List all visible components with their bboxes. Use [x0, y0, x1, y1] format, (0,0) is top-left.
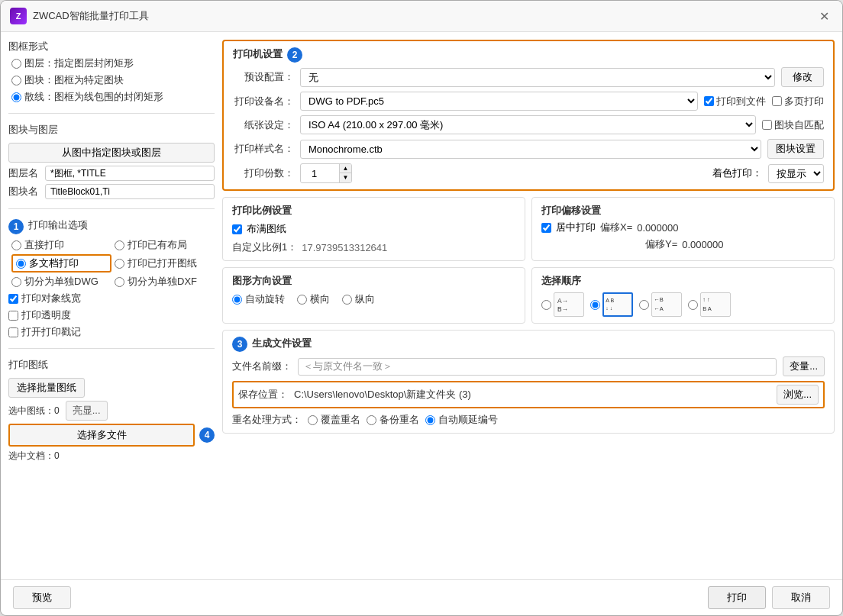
rename-label: 重名处理方式：: [232, 413, 302, 427]
separator-1: [8, 113, 215, 114]
fill-page-checkbox[interactable]: [232, 224, 242, 234]
separator-2: [8, 208, 215, 209]
copies-spinner[interactable]: ▲ ▼: [300, 163, 352, 183]
paper-row: 纸张设定： ISO A4 (210.00 x 297.00 毫米) 图块自匹配: [233, 115, 824, 134]
order-radio-3[interactable]: [639, 300, 649, 310]
block-auto-match-row[interactable]: 图块自匹配: [762, 118, 824, 132]
offset-box: 打印偏移设置 居中打印 偏移X= 0.000000 偏移Y= 0.000000: [531, 197, 835, 261]
split-dxf-option[interactable]: 切分为单独DXF: [115, 275, 215, 289]
close-button[interactable]: ✕: [815, 7, 833, 25]
select-multi-button[interactable]: 选择多文件: [8, 424, 195, 447]
frame-option-scatter[interactable]: 散线：图框为线包围的封闭矩形: [11, 90, 215, 104]
split-dxf-label: 切分为单独DXF: [128, 275, 197, 289]
center-print-row[interactable]: 居中打印 偏移X= 0.000000: [541, 221, 825, 234]
auto-rotate-radio[interactable]: [232, 295, 242, 305]
style-select[interactable]: Monochrome.ctb: [300, 140, 761, 159]
landscape-option[interactable]: 横向: [297, 292, 330, 306]
print-to-file-checkbox-row[interactable]: 打印到文件: [704, 95, 766, 108]
backup-rename-radio[interactable]: [367, 415, 376, 425]
portrait-radio[interactable]: [342, 295, 352, 305]
separator-3: [8, 348, 215, 349]
transparency-checkbox-row[interactable]: 打印透明度: [8, 308, 215, 322]
frame-radio-scatter[interactable]: [11, 92, 21, 102]
backup-rename-option[interactable]: 备份重名: [367, 413, 419, 427]
rename-row: 重名处理方式： 覆盖重名 备份重名 自动顺延编号: [232, 413, 825, 427]
open-drawing-option[interactable]: 打印已打开图纸: [115, 254, 215, 273]
print-to-file-checkbox[interactable]: [704, 96, 714, 106]
auto-serial-option[interactable]: 自动顺延编号: [425, 413, 498, 427]
left-panel: 图框形式 图层：指定图层封闭矩形 图块：图框为特定图块 散线：图框为线包围的封闭…: [8, 40, 215, 572]
multi-doc-radio[interactable]: [16, 259, 26, 269]
linewidth-checkbox[interactable]: [8, 294, 18, 304]
order-option-4[interactable]: ↑ ↑ B A: [688, 292, 731, 317]
paper-select[interactable]: ISO A4 (210.00 x 297.00 毫米): [300, 115, 756, 134]
landscape-radio[interactable]: [297, 295, 307, 305]
scale-offset-row: 打印比例设置 布满图纸 自定义比例1： 17.9739513312641 打印偏…: [222, 197, 835, 261]
browse-button[interactable]: 浏览...: [777, 385, 819, 405]
scale-title: 打印比例设置: [232, 205, 292, 216]
overwrite-rename-option[interactable]: 覆盖重名: [308, 413, 360, 427]
transparency-checkbox[interactable]: [8, 311, 18, 321]
block-auto-match-checkbox[interactable]: [762, 120, 772, 130]
split-dwg-radio[interactable]: [11, 277, 21, 287]
existing-layout-option[interactable]: 打印已有布局: [115, 238, 215, 252]
modify-button[interactable]: 修改: [781, 67, 824, 87]
stamp-checkbox[interactable]: [8, 327, 18, 337]
multi-page-checkbox[interactable]: [772, 96, 782, 106]
var-button[interactable]: 变量...: [783, 356, 825, 376]
block-settings-button[interactable]: 图块设置: [767, 139, 824, 159]
split-dxf-radio[interactable]: [115, 277, 124, 287]
order-radio-2[interactable]: [590, 300, 600, 310]
preset-select[interactable]: 无: [300, 68, 775, 87]
fill-page-row[interactable]: 布满图纸: [232, 222, 515, 236]
select-batch-button[interactable]: 选择批量图纸: [8, 378, 85, 398]
order-option-3[interactable]: ←B ←A: [639, 292, 682, 317]
svg-text:↓ ↓: ↓ ↓: [606, 305, 612, 311]
order-box: 选择顺序 A→ B→: [531, 267, 835, 324]
stamp-checkbox-row[interactable]: 打开打印戳记: [8, 325, 215, 339]
copies-input[interactable]: [301, 166, 339, 182]
order-option-2[interactable]: A B ↓ ↓: [590, 292, 633, 317]
auto-rotate-option[interactable]: 自动旋转: [232, 292, 285, 306]
order-title: 选择顺序: [541, 275, 581, 286]
multi-doc-option[interactable]: 多文档打印: [11, 254, 111, 273]
save-path-row: 保存位置： C:\Users\lenovo\Desktop\新建文件夹 (3) …: [232, 381, 825, 408]
multi-page-checkbox-row[interactable]: 多页打印: [772, 95, 824, 108]
cancel-button[interactable]: 取消: [772, 586, 830, 609]
existing-layout-radio[interactable]: [115, 240, 124, 250]
device-select[interactable]: DWG to PDF.pc5: [300, 92, 698, 111]
preview-button[interactable]: 预览: [13, 586, 71, 609]
order-svg-4: ↑ ↑ B A: [700, 292, 731, 317]
direct-print-radio[interactable]: [11, 240, 21, 250]
center-print-checkbox[interactable]: [541, 223, 551, 233]
color-print-select[interactable]: 按显示: [768, 164, 824, 183]
order-radio-4[interactable]: [688, 300, 698, 310]
linewidth-checkbox-row[interactable]: 打印对象线宽: [8, 292, 215, 305]
frame-radio-layer[interactable]: [11, 59, 21, 69]
spin-up-button[interactable]: ▲: [339, 164, 351, 173]
file-prefix-input[interactable]: [298, 358, 777, 376]
spin-down-button[interactable]: ▼: [339, 173, 351, 182]
landscape-label: 横向: [310, 292, 330, 306]
block-name-input[interactable]: [45, 184, 215, 199]
order-radio-1[interactable]: [541, 300, 551, 310]
portrait-option[interactable]: 纵向: [342, 292, 375, 306]
block-layer-title: 图块与图层: [8, 123, 215, 137]
print-button[interactable]: 打印: [708, 586, 766, 609]
overwrite-rename-radio[interactable]: [308, 415, 318, 425]
print-output-section: 1 打印输出选项 直接打印 打印已有布局 多文档打印: [8, 218, 215, 339]
auto-serial-radio[interactable]: [425, 415, 435, 425]
file-prefix-label: 文件名前缀：: [232, 360, 292, 373]
frame-radio-block[interactable]: [11, 76, 21, 85]
order-option-1[interactable]: A→ B→: [541, 292, 584, 317]
paper-label: 纸张设定：: [233, 118, 294, 132]
frame-option-layer[interactable]: 图层：指定图层封闭矩形: [11, 56, 215, 70]
layer-name-input[interactable]: [45, 166, 215, 181]
split-dwg-option[interactable]: 切分为单独DWG: [11, 275, 111, 289]
from-map-button[interactable]: 从图中指定图块或图层: [8, 143, 215, 163]
direct-print-option[interactable]: 直接打印: [11, 238, 111, 252]
highlight-button[interactable]: 亮显...: [66, 401, 108, 421]
frame-option-block[interactable]: 图块：图框为特定图块: [11, 73, 215, 87]
print-output-options: 直接打印 打印已有布局 多文档打印 打印已打开图纸: [8, 238, 215, 289]
open-drawing-radio[interactable]: [115, 259, 124, 269]
